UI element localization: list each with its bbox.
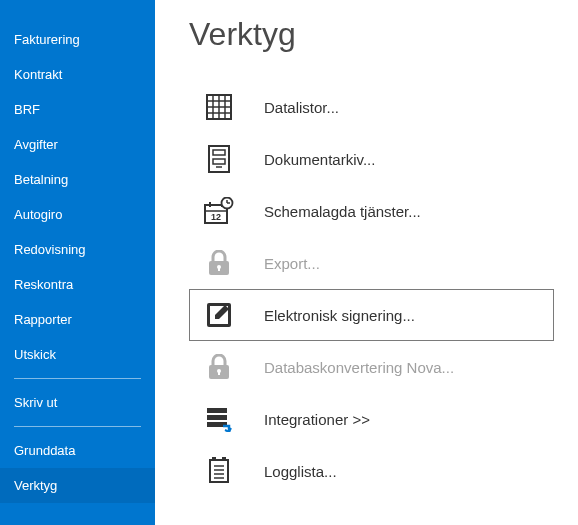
sidebar-item-betalning[interactable]: Betalning [0,162,155,197]
page-title: Verktyg [189,16,578,53]
sidebar-item-autogiro[interactable]: Autogiro [0,197,155,232]
sidebar-separator [14,426,141,427]
tool-label: Databaskonvertering Nova... [264,359,454,376]
sidebar-item-grunddata[interactable]: Grunddata [0,433,155,468]
sidebar-item-avgifter[interactable]: Avgifter [0,127,155,162]
sign-icon [204,300,234,330]
tool-export: Export... [189,237,554,289]
tools-list: Datalistor... Dokumentarkiv... [189,81,578,497]
svg-rect-21 [218,267,220,271]
svg-rect-26 [218,371,220,375]
tool-logglista[interactable]: Logglista... [189,445,554,497]
main-panel: Verktyg Datalistor... [155,0,578,525]
sidebar-item-rapporter[interactable]: Rapporter [0,302,155,337]
svg-text:12: 12 [211,212,221,222]
svg-rect-9 [213,159,225,164]
tool-integrationer[interactable]: Integrationer >> [189,393,554,445]
sidebar-item-reskontra[interactable]: Reskontra [0,267,155,302]
tool-label: Export... [264,255,320,272]
sidebar: Fakturering Kontrakt BRF Avgifter Betaln… [0,0,155,525]
svg-rect-28 [207,415,227,420]
log-icon [204,456,234,486]
grid-icon [204,92,234,122]
tool-label: Logglista... [264,463,337,480]
sidebar-item-fakturering[interactable]: Fakturering [0,22,155,57]
schedule-icon: 12 [204,196,234,226]
lock-icon [204,248,234,278]
archive-icon [204,144,234,174]
svg-rect-27 [207,408,227,413]
tool-label: Schemalagda tjänster... [264,203,421,220]
tool-databaskonvertering: Databaskonvertering Nova... [189,341,554,393]
sidebar-item-kontrakt[interactable]: Kontrakt [0,57,155,92]
tool-label: Datalistor... [264,99,339,116]
tool-label: Elektronisk signering... [264,307,415,324]
tool-label: Dokumentarkiv... [264,151,375,168]
sidebar-item-redovisning[interactable]: Redovisning [0,232,155,267]
tool-elektronisk-signering[interactable]: Elektronisk signering... [189,289,554,341]
sidebar-item-skriv-ut[interactable]: Skriv ut [0,385,155,420]
sidebar-item-verktyg[interactable]: Verktyg [0,468,155,503]
svg-rect-8 [213,150,225,155]
sidebar-item-brf[interactable]: BRF [0,92,155,127]
lock-icon [204,352,234,382]
sidebar-item-utskick[interactable]: Utskick [0,337,155,372]
tool-schemalagda[interactable]: 12 Schemalagda tjänster... [189,185,554,237]
tool-datalistor[interactable]: Datalistor... [189,81,554,133]
sidebar-separator [14,378,141,379]
tool-dokumentarkiv[interactable]: Dokumentarkiv... [189,133,554,185]
integrations-icon [204,404,234,434]
tool-label: Integrationer >> [264,411,370,428]
